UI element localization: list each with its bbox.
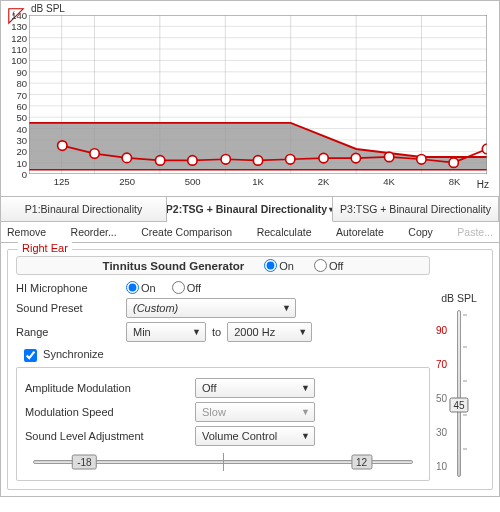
checkbox-label: Synchronize [43, 348, 104, 360]
tab-label: P3:TSG + Binaural Directionality [340, 203, 491, 215]
x-tick: 500 [185, 174, 201, 187]
ear-section-title: Right Ear [18, 242, 72, 254]
svg-point-35 [319, 153, 328, 163]
sound-preset-select[interactable]: (Custom)▼ [126, 298, 296, 318]
select-value: Volume Control [202, 430, 277, 442]
create-comparison-button[interactable]: Create Comparison [141, 226, 232, 238]
reorder-button[interactable]: Reorder... [71, 226, 117, 238]
y-tick: 120 [11, 32, 29, 43]
svg-point-36 [351, 153, 360, 163]
chevron-down-icon: ▼ [192, 327, 201, 337]
y-tick: 50 [16, 112, 29, 123]
y-tick: 10 [16, 157, 29, 168]
sound-preset-label: Sound Preset [16, 302, 126, 314]
amp-mod-select[interactable]: Off▼ [195, 378, 315, 398]
tab-p3[interactable]: P3:TSG + Binaural Directionality [333, 197, 499, 221]
hi-mic-off-radio[interactable]: Off [172, 281, 201, 294]
mod-speed-label: Modulation Speed [25, 406, 195, 418]
y-tick: 110 [11, 44, 29, 55]
tab-p2[interactable]: P2:TSG + Binaural Directionality▾ [167, 197, 333, 222]
spl-unit-label: dB SPL [436, 292, 482, 304]
mod-speed-row: Modulation Speed Slow▼ [25, 402, 421, 422]
radio-label: Off [187, 282, 201, 294]
tsg-generator-row: Tinnitus Sound Generator On Off [16, 256, 430, 275]
modulation-group: Amplitude Modulation Off▼ Modulation Spe… [16, 367, 430, 481]
autorelate-button[interactable]: Autorelate [336, 226, 384, 238]
x-axis-label: Hz [477, 179, 489, 190]
hi-mic-label: HI Microphone [16, 282, 126, 294]
chevron-down-icon: ▼ [301, 383, 310, 393]
range-to-label: to [212, 326, 221, 338]
x-tick: 1K [252, 174, 264, 187]
tsg-title: Tinnitus Sound Generator [103, 260, 245, 272]
chart-area: i dB SPL Hz [1, 1, 499, 196]
level-range-slider[interactable]: -18 12 [25, 450, 421, 474]
action-bar: Remove Reorder... Create Comparison Reca… [1, 222, 499, 243]
svg-point-28 [90, 149, 99, 159]
chevron-down-icon: ▼ [301, 431, 310, 441]
copy-button[interactable]: Copy [408, 226, 433, 238]
range-label: Range [16, 326, 126, 338]
y-tick: 80 [16, 78, 29, 89]
spl-tick: 90 [436, 324, 447, 335]
svg-point-30 [155, 156, 164, 166]
hi-mic-row: HI Microphone On Off [16, 281, 430, 294]
tab-label: P2:TSG + Binaural Directionality [167, 203, 327, 215]
remove-button[interactable]: Remove [7, 226, 46, 238]
y-tick: 20 [16, 146, 29, 157]
y-tick: 40 [16, 123, 29, 134]
program-tabs: P1:Binaural Directionality P2:TSG + Bina… [1, 196, 499, 222]
range-min-select[interactable]: Min▼ [126, 322, 206, 342]
spl-tick: 30 [436, 426, 447, 437]
y-tick: 130 [11, 21, 29, 32]
sound-level-adj-select[interactable]: Volume Control▼ [195, 426, 315, 446]
svg-point-37 [384, 152, 393, 162]
tsg-on-radio[interactable]: On [264, 259, 294, 272]
chevron-down-icon: ▼ [298, 327, 307, 337]
spl-thumb[interactable]: 45 [449, 398, 468, 413]
y-tick: 0 [22, 169, 29, 180]
y-tick: 140 [11, 10, 29, 21]
tab-label: P1:Binaural Directionality [25, 203, 142, 215]
tsg-panel: Right Ear Tinnitus Sound Generator On Of… [7, 249, 493, 490]
svg-point-33 [253, 156, 262, 166]
svg-point-38 [417, 154, 426, 164]
radio-label: On [279, 260, 294, 272]
select-value: 2000 Hz [234, 326, 275, 338]
select-value: Off [202, 382, 216, 394]
y-tick: 100 [11, 55, 29, 66]
x-tick: 125 [54, 174, 70, 187]
paste-button: Paste... [457, 226, 493, 238]
level-low-thumb[interactable]: -18 [72, 455, 96, 470]
select-value: Min [133, 326, 151, 338]
select-value: (Custom) [133, 302, 178, 314]
root-panel: i dB SPL Hz [0, 0, 500, 497]
select-value: Slow [202, 406, 226, 418]
y-tick: 90 [16, 66, 29, 77]
x-tick: 250 [119, 174, 135, 187]
spl-tick: 70 [436, 358, 447, 369]
chevron-down-icon: ▼ [301, 407, 310, 417]
spl-vertical-slider[interactable]: dB SPL 90 70 50 30 10 45 [436, 292, 482, 481]
amp-mod-label: Amplitude Modulation [25, 382, 195, 394]
chevron-down-icon: ▼ [282, 303, 291, 313]
sound-level-adj-label: Sound Level Adjustment [25, 430, 195, 442]
synchronize-checkbox[interactable]: Synchronize [20, 346, 430, 365]
range-max-select[interactable]: 2000 Hz▼ [227, 322, 312, 342]
radio-label: On [141, 282, 156, 294]
recalculate-button[interactable]: Recalculate [257, 226, 312, 238]
y-tick: 70 [16, 89, 29, 100]
y-axis-label: dB SPL [31, 3, 65, 14]
hi-mic-on-radio[interactable]: On [126, 281, 156, 294]
svg-point-40 [482, 144, 487, 154]
tsg-off-radio[interactable]: Off [314, 259, 343, 272]
tab-p1[interactable]: P1:Binaural Directionality [1, 197, 167, 221]
svg-point-29 [122, 153, 131, 163]
radio-label: Off [329, 260, 343, 272]
range-row: Range Min▼ to 2000 Hz▼ [16, 322, 430, 342]
spl-tick: 50 [436, 392, 447, 403]
level-high-thumb[interactable]: 12 [351, 455, 372, 470]
x-tick: 8K [449, 174, 461, 187]
y-tick: 30 [16, 134, 29, 145]
sound-preset-row: Sound Preset (Custom)▼ [16, 298, 430, 318]
